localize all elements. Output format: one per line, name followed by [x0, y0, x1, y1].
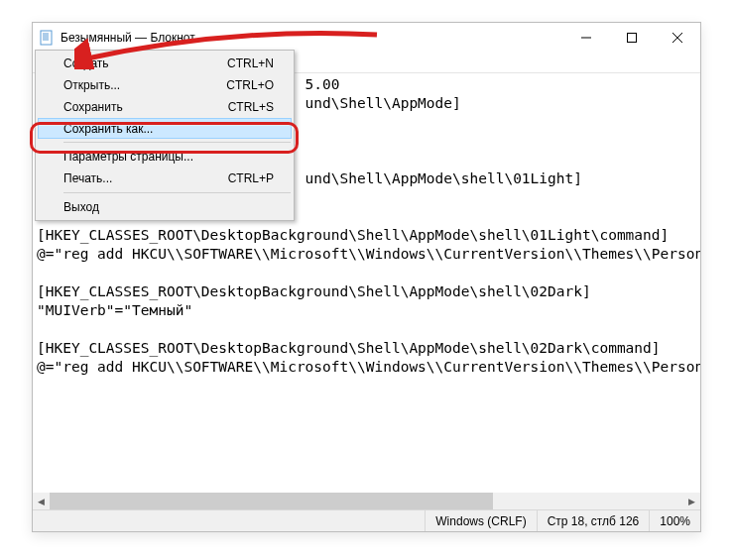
notepad-icon — [39, 30, 55, 46]
menu-item-new[interactable]: Создать CTRL+N — [38, 53, 292, 74]
menu-item-exit[interactable]: Выход — [38, 196, 292, 218]
scroll-track[interactable] — [50, 493, 683, 509]
menu-item-label: Создать — [63, 56, 227, 70]
menu-item-label: Параметры страницы... — [63, 150, 274, 164]
menu-item-shortcut: CTRL+N — [227, 56, 274, 70]
menu-item-label: Выход — [63, 200, 274, 214]
menu-item-save[interactable]: Сохранить CTRL+S — [38, 96, 292, 118]
menu-separator — [63, 142, 291, 143]
window-title: Безымянный — Блокнот — [61, 31, 195, 45]
svg-rect-6 — [628, 34, 637, 43]
menu-item-save-as[interactable]: Сохранить как... — [38, 118, 292, 139]
menu-item-print[interactable]: Печать... CTRL+P — [38, 168, 292, 189]
menu-item-label: Печать... — [63, 171, 228, 185]
menu-item-shortcut: CTRL+S — [228, 100, 274, 114]
titlebar: Безымянный — Блокнот — [33, 23, 700, 53]
menu-item-shortcut: CTRL+O — [226, 78, 274, 92]
menu-separator — [63, 192, 291, 193]
horizontal-scrollbar[interactable]: ◀ ▶ — [33, 493, 700, 509]
scroll-thumb[interactable] — [50, 493, 493, 509]
menu-item-label: Открыть... — [63, 78, 226, 92]
menu-item-label: Сохранить как... — [63, 122, 274, 136]
menu-item-shortcut: CTRL+P — [228, 171, 274, 185]
file-menu-dropdown: Создать CTRL+N Открыть... CTRL+O Сохрани… — [35, 50, 295, 221]
menu-item-open[interactable]: Открыть... CTRL+O — [38, 74, 292, 96]
scroll-left-icon[interactable]: ◀ — [33, 493, 50, 509]
maximize-button[interactable] — [609, 23, 655, 53]
statusbar: Windows (CRLF) Стр 18, стлб 126 100% — [33, 509, 700, 531]
menu-item-page-setup[interactable]: Параметры страницы... — [38, 146, 292, 168]
menu-item-label: Сохранить — [63, 100, 228, 114]
status-position: Стр 18, стлб 126 — [537, 510, 650, 531]
minimize-button[interactable] — [563, 23, 609, 53]
status-zoom: 100% — [649, 510, 700, 531]
scroll-right-icon[interactable]: ▶ — [683, 493, 700, 509]
close-button[interactable] — [655, 23, 700, 53]
status-eol: Windows (CRLF) — [425, 510, 536, 531]
